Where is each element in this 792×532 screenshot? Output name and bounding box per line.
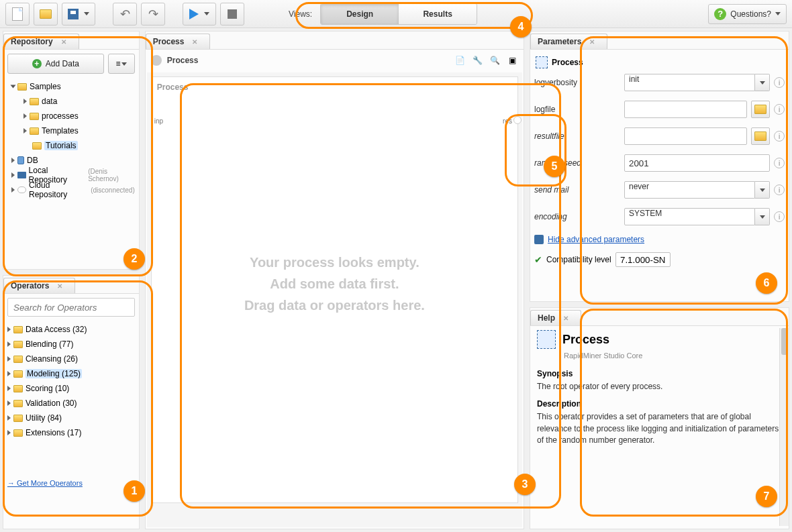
redo-button[interactable]: ↷	[141, 3, 165, 25]
browse-logfile-button[interactable]	[751, 101, 770, 118]
view-results-button[interactable]: Results	[399, 4, 477, 24]
info-icon[interactable]: i	[774, 158, 785, 168]
repository-tree: Samples data processes Templates Tutoria…	[7, 79, 135, 197]
param-logverbosity-combo[interactable]: init	[624, 74, 770, 91]
param-send-mail-combo[interactable]: never	[624, 181, 770, 199]
parameters-panel: Parameters ✕ Process logverbosity init i…	[530, 31, 789, 302]
compat-level-input[interactable]	[615, 252, 671, 267]
operator-category[interactable]: Scoring (10)	[7, 381, 135, 396]
info-icon[interactable]: i	[774, 184, 785, 195]
info-icon[interactable]: i	[774, 131, 785, 142]
close-icon[interactable]: ✕	[589, 38, 595, 46]
parameters-section-title: Process	[552, 58, 583, 67]
tree-node-tutorials[interactable]: Tutorials	[9, 138, 135, 153]
folder-icon	[13, 415, 23, 422]
auto-layout-icon[interactable]: 🔧	[471, 54, 483, 66]
plus-icon: +	[32, 59, 42, 68]
param-random-seed-input[interactable]	[624, 154, 770, 172]
question-icon: ?	[714, 8, 726, 20]
output-port[interactable]	[513, 116, 522, 124]
disk-icon	[17, 172, 26, 178]
close-icon[interactable]: ✕	[192, 38, 197, 46]
save-button[interactable]	[62, 3, 95, 25]
folder-icon	[30, 98, 39, 105]
output-port-label: res	[503, 117, 512, 125]
canvas-title: Process	[152, 77, 517, 97]
run-button[interactable]	[183, 3, 216, 25]
parameters-tab[interactable]: Parameters ✕	[530, 34, 607, 49]
chevron-down-icon	[84, 12, 89, 15]
operator-category[interactable]: Blending (77)	[7, 337, 135, 352]
questions-button[interactable]: ? Questions?	[708, 4, 787, 24]
close-icon[interactable]: ✕	[563, 315, 568, 322]
param-label-logverbosity: logverbosity	[534, 78, 620, 87]
cloud-icon	[17, 187, 26, 193]
folder-icon	[17, 83, 27, 91]
process-icon	[536, 56, 548, 68]
chevron-down-icon	[775, 12, 781, 15]
view-design-button[interactable]: Design	[321, 4, 399, 24]
check-icon: ✔	[534, 254, 542, 265]
param-logfile-input[interactable]	[624, 101, 747, 118]
close-icon[interactable]: ✕	[61, 38, 66, 46]
operator-category[interactable]: Data Access (32)	[7, 322, 135, 337]
zoom-icon[interactable]: 🔍	[489, 54, 501, 66]
help-tab[interactable]: Help ✕	[530, 310, 581, 325]
help-title: Process	[562, 333, 609, 347]
undo-button[interactable]: ↶	[113, 3, 137, 25]
add-note-icon[interactable]: 📄	[454, 54, 466, 66]
get-more-operators-link[interactable]: Get More Operators	[7, 479, 135, 487]
help-description-text: This operator provides a set of paramete…	[537, 411, 782, 446]
hide-advanced-link[interactable]: Hide advanced parameters	[548, 235, 644, 244]
help-scrollbar[interactable]	[779, 328, 789, 526]
tree-node-samples[interactable]: Samples	[9, 79, 135, 94]
browse-resultfile-button[interactable]	[751, 127, 770, 145]
param-resultfile-input[interactable]	[624, 127, 747, 145]
process-tab[interactable]: Process ✕	[146, 34, 211, 49]
tree-node-templates[interactable]: Templates	[9, 123, 135, 138]
folder-icon	[30, 127, 39, 135]
info-icon[interactable]: i	[774, 104, 785, 115]
param-encoding-combo[interactable]: SYSTEM	[624, 208, 770, 225]
stop-icon	[228, 9, 237, 19]
chevron-down-icon	[121, 62, 127, 66]
redo-icon: ↷	[148, 7, 158, 21]
operator-category[interactable]: Extensions (17)	[7, 425, 135, 440]
fit-icon[interactable]: ▣	[506, 54, 518, 66]
process-breadcrumb: Process	[167, 56, 199, 65]
operator-category[interactable]: Modeling (125)	[7, 366, 135, 381]
operators-tab[interactable]: Operators ✕	[3, 278, 75, 293]
new-file-button[interactable]	[5, 3, 30, 25]
process-canvas[interactable]: Process inp res Your process looks empty…	[151, 76, 518, 503]
operator-search-input[interactable]	[7, 298, 135, 317]
close-icon[interactable]: ✕	[57, 282, 62, 290]
tree-node-data[interactable]: data	[9, 94, 135, 109]
folder-icon	[13, 356, 23, 363]
help-subtitle: RapidMiner Studio Core	[564, 352, 782, 360]
tree-node-processes[interactable]: processes	[9, 109, 135, 123]
open-file-button[interactable]	[34, 3, 58, 25]
canvas-empty-message: Your process looks empty. Add some data …	[152, 252, 517, 316]
param-label-logfile: logfile	[534, 105, 620, 114]
add-data-button[interactable]: + Add Data	[7, 54, 104, 74]
tree-node-cloud[interactable]: Cloud Repository(disconnected)	[9, 182, 135, 197]
repository-tab[interactable]: Repository ✕	[3, 34, 79, 49]
operator-category[interactable]: Utility (84)	[7, 411, 135, 425]
repo-menu-button[interactable]: ≡	[108, 54, 135, 74]
info-icon[interactable]: i	[774, 77, 785, 88]
folder-icon	[13, 400, 23, 407]
operators-panel: Operators ✕ Data Access (32)Blending (77…	[3, 275, 140, 529]
folder-icon	[754, 105, 766, 114]
operator-category[interactable]: Cleansing (26)	[7, 352, 135, 366]
chevron-down-icon	[204, 12, 209, 15]
operator-category[interactable]: Validation (30)	[7, 396, 135, 411]
help-synopsis-heading: Synopsis	[537, 369, 782, 378]
param-label-encoding: encoding	[534, 212, 620, 221]
info-icon[interactable]: i	[774, 211, 785, 222]
user-icon	[534, 235, 544, 244]
param-label-random-seed: random seed	[534, 158, 620, 168]
stop-button[interactable]	[220, 3, 244, 25]
compat-label: Compatibility level	[546, 255, 611, 264]
process-icon	[537, 330, 556, 349]
param-label-resultfile: resultfile	[534, 131, 620, 141]
